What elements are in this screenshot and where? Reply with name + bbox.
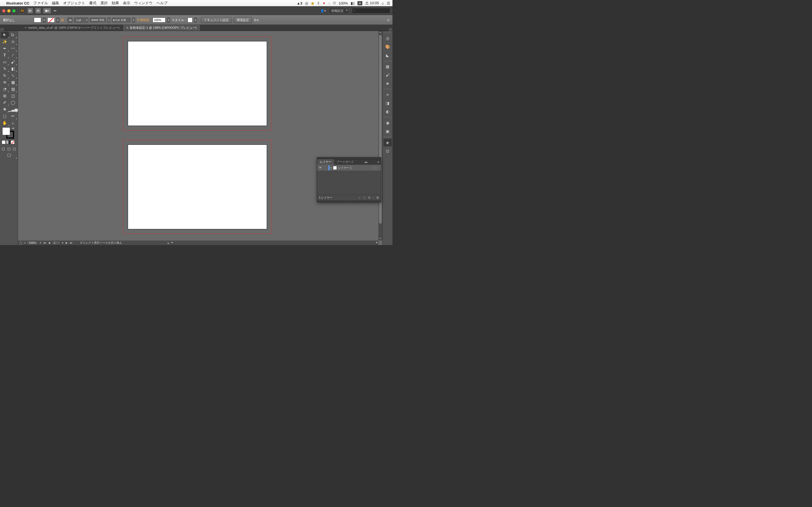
status-menu-icon[interactable]: ▸ <box>168 241 169 244</box>
window-maximize-button[interactable] <box>12 9 15 12</box>
stroke-dropdown[interactable] <box>56 17 59 22</box>
brushes-panel-icon[interactable]: 🖌 <box>384 71 392 79</box>
fill-dropdown[interactable] <box>43 17 46 22</box>
disclosure-icon[interactable]: ▸ <box>331 166 332 169</box>
free-transform-tool[interactable]: ▦ <box>9 79 17 86</box>
workspace-switcher[interactable]: 初期設定 <box>329 8 349 14</box>
eraser-tool[interactable]: ◧ <box>9 65 17 72</box>
artboard-number-field[interactable]: 1 <box>52 241 60 245</box>
target-icon[interactable] <box>373 166 376 170</box>
opacity-dropdown[interactable] <box>167 17 170 22</box>
menu-effect[interactable]: 効果 <box>112 1 119 6</box>
zoom-dropdown-icon[interactable]: ▾ <box>39 241 42 244</box>
locate-layer-icon[interactable]: ⌕ <box>359 196 361 200</box>
layer-row[interactable]: 👁 ▸ レイヤー 1 <box>317 165 381 171</box>
cc-libraries-icon[interactable]: ◎ <box>384 34 392 42</box>
menu-type[interactable]: 書式 <box>89 1 96 6</box>
layer-name[interactable]: レイヤー 1 <box>338 166 352 170</box>
brush-dropdown[interactable] <box>132 17 135 22</box>
tab-layers[interactable]: レイヤー <box>317 159 334 165</box>
menu-edit[interactable]: 編集 <box>52 1 59 6</box>
artboard-1[interactable] <box>128 41 267 126</box>
shape-builder-tool[interactable]: ◔ <box>1 86 9 93</box>
rotate-tool[interactable]: ↻ <box>1 72 9 79</box>
gradient-tool[interactable]: ◫ <box>9 93 17 99</box>
stroke-panel-icon[interactable]: ≡ <box>384 91 392 99</box>
eyedropper-tool[interactable]: ✐ <box>1 99 9 106</box>
prev-artboard-button[interactable]: ◀ <box>48 241 51 244</box>
tab-artboards[interactable]: アートボード <box>334 159 357 165</box>
menu-file[interactable]: ファイル <box>33 1 48 6</box>
first-artboard-button[interactable]: ⏮ <box>43 241 47 244</box>
width-tool[interactable]: ≋ <box>1 79 9 86</box>
appearance-panel-icon[interactable]: ◉ <box>384 119 392 127</box>
draw-inside-icon[interactable]: ◻ <box>11 145 17 152</box>
document-tab-1[interactable]: × meishi_data_ol.ai* @ 100% (CMYK/オーバープリ… <box>21 25 123 31</box>
artboard-2[interactable] <box>128 145 267 229</box>
fill-swatch[interactable] <box>34 17 41 22</box>
menu-object[interactable]: オブジェクト <box>63 1 85 6</box>
scroll-up-icon[interactable]: ▲ <box>378 31 382 34</box>
scale-tool[interactable]: ⤡ <box>9 72 17 79</box>
horizontal-scrollbar[interactable]: ◀ ▶ <box>170 240 378 245</box>
stroke-profile-dropdown[interactable] <box>107 17 110 22</box>
document-tab-2[interactable]: × 名称未設定-1 @ 198% (CMYK/GPU プレビュー) <box>123 25 200 31</box>
adobe-notif-icon[interactable]: ▲3 <box>297 1 302 5</box>
share-status-icon[interactable]: ↗ <box>23 241 26 244</box>
style-swatch[interactable] <box>188 17 193 22</box>
stroke-weight-select[interactable]: 1 pt <box>74 17 88 22</box>
artboards-panel-icon[interactable]: ⊡ <box>384 147 392 155</box>
ime-icon[interactable]: A <box>357 1 362 5</box>
direct-selection-tool[interactable] <box>9 32 17 38</box>
artboard-dropdown-icon[interactable]: ▾ <box>61 241 64 244</box>
preferences-button[interactable]: 環境設定 <box>234 17 252 23</box>
sync-icon[interactable]: ◉ <box>311 1 314 5</box>
blend-tool[interactable]: ◯ <box>9 99 17 106</box>
scroll-down-icon[interactable]: ▼ <box>378 237 382 240</box>
gradient-panel-icon[interactable]: ◨ <box>384 99 392 107</box>
mesh-tool[interactable]: ⊞ <box>1 93 9 99</box>
color-guide-icon[interactable]: ◣ <box>384 51 392 59</box>
bridge-button[interactable]: Br <box>28 8 33 13</box>
panel-menu-icon[interactable]: ≡ <box>376 161 381 164</box>
window-minimize-button[interactable] <box>7 9 10 12</box>
stroke-profile-display[interactable]: 均等 <box>90 18 106 22</box>
symbols-panel-icon[interactable]: ♣ <box>384 79 392 87</box>
control-menu-icon[interactable]: ⇄ <box>387 18 390 22</box>
gpu-icon[interactable]: ✒ <box>53 8 57 13</box>
column-graph-tool[interactable]: ▁▃▅ <box>9 106 17 113</box>
new-sublayer-icon[interactable]: ⊕ <box>368 196 370 200</box>
dock-collapse-button[interactable]: ›› <box>389 28 393 31</box>
transparency-panel-icon[interactable]: ◐ <box>384 108 392 115</box>
menu-help[interactable]: ヘルプ <box>156 1 167 6</box>
user-icon[interactable]: 👤▾ <box>320 9 326 13</box>
stroke-swatch[interactable] <box>47 17 55 22</box>
last-artboard-button[interactable]: ⏭ <box>69 241 73 244</box>
artboard-tool[interactable]: ▢ <box>1 113 9 119</box>
cc-icon[interactable]: ◎ <box>305 1 308 5</box>
close-tab-icon[interactable]: × <box>126 26 128 29</box>
vertical-scrollbar[interactable]: ▲ ▼ <box>378 31 382 240</box>
home-icon[interactable]: ⌂ <box>328 1 330 5</box>
magic-wand-tool[interactable]: ✨ <box>1 38 9 45</box>
opacity-input[interactable]: 100% <box>153 17 165 22</box>
color-mode-icon[interactable] <box>2 140 6 144</box>
arrange-docs-button[interactable]: ▦▾ <box>43 8 51 13</box>
slice-tool[interactable]: ✂ <box>9 113 17 119</box>
stroke-weight-stepper[interactable]: ≑ <box>67 17 72 22</box>
menu-list-icon[interactable]: ☰ <box>387 1 390 5</box>
shield-icon[interactable]: ♥ <box>323 1 325 5</box>
stock-button[interactable]: St <box>35 8 41 13</box>
delete-layer-icon[interactable]: 🗑 <box>376 196 379 200</box>
screen-mode-button[interactable]: 🖵 <box>1 152 17 159</box>
swap-fill-stroke-icon[interactable]: ⇄ <box>12 127 14 129</box>
symbol-sprayer-tool[interactable]: ❋ <box>1 106 9 113</box>
lasso-tool[interactable]: ⊃ <box>9 38 17 45</box>
window-close-button[interactable] <box>2 9 5 12</box>
gpu-status-icon[interactable]: ◯ <box>19 241 22 244</box>
battery-text[interactable]: 100% <box>339 1 348 5</box>
scroll-left-icon[interactable]: ◀ <box>171 241 172 244</box>
curvature-tool[interactable]: 〰 <box>9 45 17 52</box>
share-icon[interactable]: ⇪ <box>317 1 320 5</box>
wifi-icon[interactable]: ⦾ <box>333 1 336 5</box>
